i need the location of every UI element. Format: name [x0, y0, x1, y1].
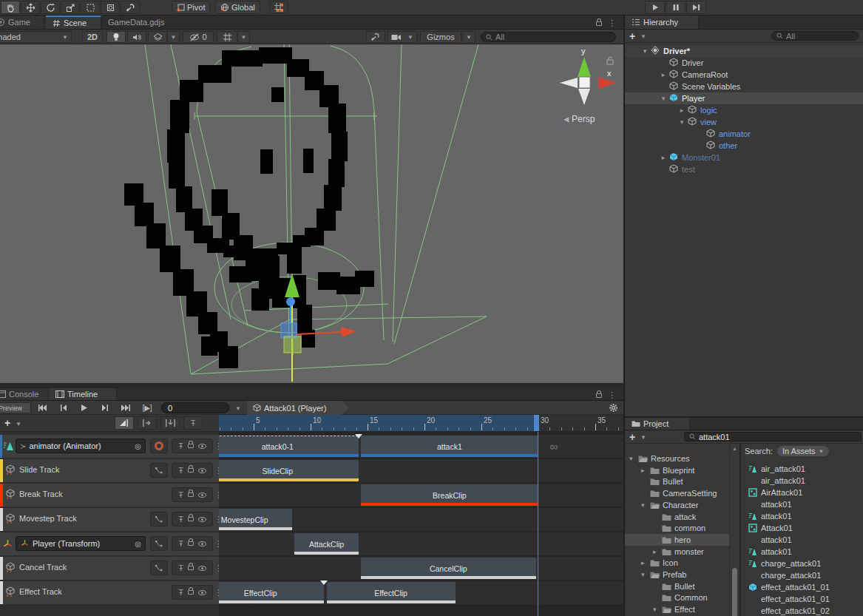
track-header-animator-animator-[interactable]: ≻animator (Animator)◎Ŧ⋮ — [0, 435, 219, 458]
eye-icon[interactable] — [198, 468, 206, 473]
lock-icon[interactable] — [188, 590, 194, 595]
expand-arrow-open[interactable]: ▾ — [678, 118, 686, 126]
previous-frame-button[interactable] — [55, 402, 72, 413]
tab-game[interactable]: Game — [0, 16, 44, 29]
clip-lane[interactable]: BreakClip — [219, 484, 623, 507]
project-search-input[interactable]: attack01 — [684, 432, 862, 441]
tab-gamedata[interactable]: GameData.gdjs — [101, 16, 175, 29]
clip-edge-marker[interactable] — [320, 581, 328, 585]
track-header-player-transform-[interactable]: Player (Transform)◎Ŧ⋮ — [0, 532, 219, 555]
effects-toggle[interactable] — [148, 31, 167, 43]
timeline-ruler[interactable]: 5101520253035 — [219, 415, 623, 432]
next-frame-button[interactable] — [96, 402, 114, 413]
track-header-slide-track[interactable]: { }Slide TrackŦ⋮ — [0, 459, 219, 482]
expand-arrow-closed[interactable]: ▸ — [653, 548, 657, 555]
expand-arrow-closed[interactable]: ▸ — [660, 71, 667, 78]
eye-icon[interactable] — [198, 590, 206, 595]
search-result-air_attack01[interactable]: air_attack01 — [741, 475, 863, 487]
expand-arrow-closed[interactable]: ▸ — [678, 106, 686, 114]
project-tree-scrollbar[interactable]: ▲ — [729, 444, 740, 616]
project-folder-bullet[interactable]: Bullet — [625, 475, 729, 487]
expand-arrow-closed[interactable]: ▸ — [641, 559, 645, 566]
curves-toggle[interactable] — [150, 463, 168, 478]
xz-plane-handle[interactable] — [284, 336, 301, 353]
scene-grid-toggle[interactable] — [217, 31, 237, 43]
mute-pin-icon[interactable]: Ŧ — [178, 588, 183, 597]
preview-toggle[interactable]: Preview — [0, 402, 31, 413]
clip-lane[interactable]: CancelClip — [219, 557, 623, 580]
scroll-up-arrow[interactable]: ▲ — [732, 446, 737, 451]
lock-icon[interactable] — [188, 566, 194, 570]
gizmos-dropdown-arrow[interactable]: ▼ — [462, 31, 476, 43]
global-toggle[interactable]: Global — [215, 1, 260, 14]
clip-effectclip[interactable]: EffectClip — [219, 582, 324, 603]
project-folder-effect[interactable]: ▾Effect — [625, 603, 729, 615]
audio-toggle[interactable] — [127, 31, 146, 43]
expand-arrow-closed[interactable]: ▸ — [641, 467, 645, 474]
lock-icon[interactable] — [596, 393, 602, 398]
scene-camera-dropdown[interactable]: ▼ — [387, 31, 417, 43]
hierarchy-item-view[interactable]: ▾view — [625, 116, 863, 128]
scene-search-input[interactable]: All — [481, 32, 616, 42]
track-binding-field[interactable]: Player (Transform)◎ — [16, 536, 146, 551]
project-folder-monster[interactable]: ▸monster — [625, 546, 729, 558]
clip-movestepclip[interactable]: MovestepClip — [219, 509, 292, 530]
clip-attackclip[interactable]: AttackClip — [294, 533, 358, 555]
project-folder-attack[interactable]: attack — [625, 511, 729, 523]
gizmo-x-cone[interactable] — [598, 77, 616, 89]
lock-icon[interactable] — [188, 444, 194, 448]
expand-arrow-closed[interactable]: ▸ — [660, 154, 667, 161]
visibility-toggle[interactable]: 0 — [183, 31, 214, 43]
tab-scene[interactable]: Scene — [46, 16, 101, 29]
effects-dropdown[interactable]: ▼ — [167, 31, 180, 43]
timeline-breadcrumb[interactable]: Attack01 (Player) — [247, 401, 349, 415]
move-tool[interactable] — [21, 1, 40, 14]
rotate-tool[interactable] — [41, 1, 60, 14]
gizmo-lock-icon[interactable] — [607, 57, 613, 64]
search-scope-dropdown[interactable]: In Assets▼ — [777, 446, 830, 456]
clip-lane[interactable]: SlideClip — [219, 459, 623, 482]
project-folder-camerasetting[interactable]: CameraSetting — [625, 487, 729, 499]
transform-tool[interactable] — [101, 1, 120, 14]
playhead-handle[interactable] — [534, 415, 539, 431]
gizmos-dropdown[interactable]: Gizmos — [420, 31, 461, 43]
custom-tool[interactable] — [121, 1, 140, 14]
grid-dropdown[interactable]: ▼ — [237, 31, 250, 43]
curves-toggle[interactable] — [150, 536, 168, 551]
hierarchy-search-input[interactable]: All — [771, 31, 859, 41]
xy-plane-handle[interactable] — [281, 323, 297, 338]
scrollbar-thumb[interactable] — [732, 568, 737, 616]
marker-track-toggle[interactable]: Ŧ — [183, 416, 203, 430]
mute-pin-icon[interactable]: Ŧ — [178, 490, 183, 499]
gizmo-center-cube[interactable] — [579, 77, 590, 88]
hierarchy-item-cameraroot[interactable]: ▸CameraRoot — [625, 69, 863, 81]
tab-hierarchy[interactable]: Hierarchy — [625, 16, 699, 29]
track-header-cancel-track[interactable]: { }Cancel TrackŦ⋮ — [0, 557, 219, 580]
project-folder-common[interactable]: Common — [625, 592, 729, 603]
scene-tools-button[interactable] — [366, 31, 385, 43]
play-button[interactable] — [645, 1, 665, 14]
search-result-charge_attack01[interactable]: charge_attack01 — [741, 558, 863, 569]
shading-dropdown[interactable]: Shaded▼ — [0, 31, 72, 43]
project-folder-blueprint[interactable]: ▸Blueprint — [625, 464, 729, 476]
hierarchy-item-player[interactable]: ▾Player — [625, 92, 863, 104]
hierarchy-item-logic[interactable]: ▸logic — [625, 104, 863, 116]
lock-icon[interactable] — [188, 493, 194, 497]
hierarchy-item-monster01[interactable]: ▸Monster01 — [625, 152, 863, 163]
mute-pin-icon[interactable]: Ŧ — [178, 563, 183, 572]
clip-attack0-1[interactable]: attack0-1 — [219, 436, 359, 457]
search-result-charge_attack01[interactable]: charge_attack01 — [741, 569, 863, 581]
project-folder-bullet[interactable]: Bullet — [625, 581, 729, 592]
scene-viewport[interactable]: y x ⪡ Persp — [0, 44, 623, 383]
mute-pin-icon[interactable]: Ŧ — [178, 466, 183, 475]
expand-arrow-open[interactable]: ▾ — [641, 47, 649, 55]
search-result-effect_attack01_01[interactable]: effect_attack01_01 — [741, 593, 863, 605]
rect-tool[interactable] — [81, 1, 100, 14]
gizmo-down-cone[interactable] — [578, 89, 590, 105]
mute-pin-icon[interactable]: Ŧ — [178, 539, 183, 548]
tab-project[interactable]: Project — [625, 418, 690, 430]
clip-slideclip[interactable]: SlideClip — [219, 460, 359, 481]
search-result-attack01[interactable]: attack01 — [741, 546, 863, 558]
clip-lane[interactable]: MovestepClip — [219, 508, 623, 531]
search-result-attack01[interactable]: Attack01 — [741, 522, 863, 534]
